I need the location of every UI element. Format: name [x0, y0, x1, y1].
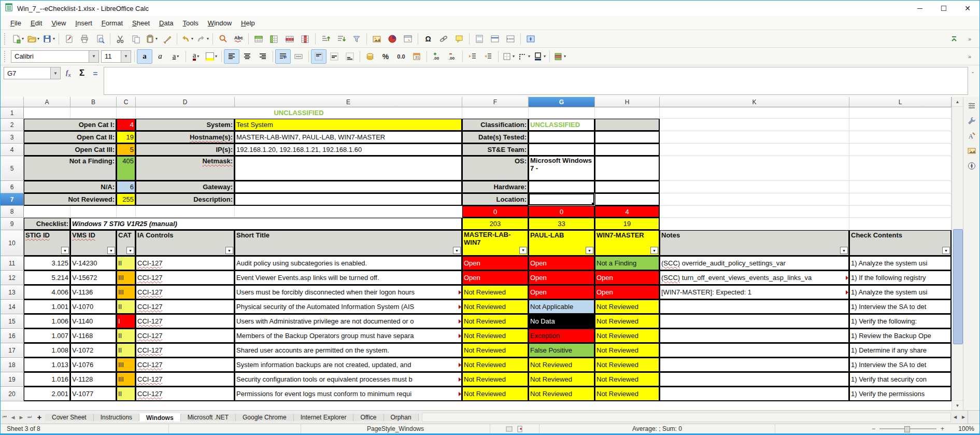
cell-E15[interactable]: Users with Administrative privilege are … — [235, 314, 462, 329]
cell-D16[interactable]: CCI-127 — [136, 329, 235, 343]
zoom-slider-thumb[interactable] — [904, 426, 910, 432]
cell-F4[interactable]: ST&E Team: — [462, 144, 529, 156]
column-header-B[interactable]: B — [70, 97, 117, 107]
cell-E4[interactable]: 192.168.1.20, 192.168.1.21, 192.168.1.60 — [235, 144, 462, 156]
row-header-8[interactable]: 8 — [1, 206, 24, 218]
sheet-tab-microsoft-net[interactable]: Microsoft .NET — [181, 414, 236, 421]
cell-L2[interactable] — [849, 119, 951, 131]
font-color-button[interactable]: a▾ — [188, 49, 204, 64]
styles-icon[interactable]: A — [965, 129, 978, 143]
cell-K19[interactable] — [660, 372, 849, 387]
cell-K16[interactable] — [660, 329, 849, 343]
close-button[interactable]: ✕ — [956, 1, 979, 16]
column-header-C[interactable]: C — [117, 97, 136, 107]
cell-K9[interactable] — [660, 218, 849, 230]
cell-F13[interactable]: Not Reviewed — [462, 285, 529, 300]
font-size-combo[interactable]: 11 ▼ — [101, 50, 131, 63]
menu-window[interactable]: Window — [203, 18, 236, 29]
row-header-15[interactable]: 15 — [1, 314, 24, 329]
cell-K18[interactable] — [660, 358, 849, 372]
row-header-18[interactable]: 18 — [1, 358, 24, 372]
expand-formula-bar-button[interactable]: ⌄ — [968, 67, 977, 96]
cell-E11[interactable]: Audit policy using subcategories is enab… — [235, 256, 462, 271]
row-header-4[interactable]: 4 — [1, 144, 24, 156]
cell-E17[interactable]: Shared user accounts are permitted on th… — [235, 343, 462, 358]
cell-L10[interactable]: Check Contents▼ — [849, 230, 951, 256]
sheet-tab-windows[interactable]: Windows — [139, 413, 181, 422]
cell-G11[interactable]: Open — [529, 256, 595, 271]
print-preview-button[interactable] — [92, 32, 108, 46]
cell-G5[interactable]: Microsoft Windows 7 - — [529, 156, 595, 181]
cell-G13[interactable]: Open — [529, 285, 595, 300]
sum-button[interactable]: Σ — [75, 67, 89, 79]
cell-A4[interactable]: Open Cat III: — [24, 144, 117, 156]
clone-formatting-button[interactable] — [159, 32, 175, 46]
cell-L16[interactable]: 1) Review the Backup Ope — [849, 329, 951, 343]
open-button[interactable]: ▾ — [25, 32, 41, 46]
autofilter-dropdown-L10[interactable]: ▼ — [942, 247, 950, 254]
cell-L8[interactable] — [849, 206, 951, 218]
special-character-button[interactable]: Ω — [420, 32, 436, 46]
cell-K15[interactable] — [660, 314, 849, 329]
pivot-table-button[interactable] — [400, 32, 416, 46]
sheet-tab-internet-explorer[interactable]: Internet Explorer — [294, 414, 354, 421]
cell-F1[interactable] — [462, 107, 529, 119]
cell-B12[interactable]: V-15672 — [70, 271, 117, 285]
cell-F8[interactable]: 0 — [462, 206, 529, 218]
row-header-7[interactable]: 7 — [1, 193, 24, 206]
cell-A1[interactable] — [24, 107, 70, 119]
cell-G3[interactable] — [529, 131, 595, 144]
navigator-button[interactable] — [523, 32, 538, 46]
menu-insert[interactable]: Insert — [70, 18, 97, 29]
scroll-up-icon[interactable]: ▲ — [952, 97, 963, 107]
menu-tools[interactable]: Tools — [178, 18, 203, 29]
cell-D6[interactable]: Gateway: — [136, 181, 235, 193]
date-button[interactable]: 31 — [409, 49, 424, 64]
sort-descending-button[interactable] — [333, 32, 349, 46]
bold-button[interactable]: a — [137, 49, 152, 64]
row-header-2[interactable]: 2 — [1, 119, 24, 131]
cell-C11[interactable]: II — [117, 256, 136, 271]
insert-chart-button[interactable] — [385, 32, 400, 46]
align-top-button[interactable] — [311, 49, 326, 64]
zoom-out-icon[interactable]: − — [872, 425, 875, 432]
cell-B19[interactable]: V-1128 — [70, 372, 117, 387]
row-header-11[interactable]: 11 — [1, 256, 24, 271]
row-header-12[interactable]: 12 — [1, 271, 24, 285]
menu-help[interactable]: Help — [236, 18, 260, 29]
sort-ascending-button[interactable] — [318, 32, 333, 46]
autofilter-dropdown-G10[interactable]: ▼ — [586, 247, 593, 254]
border-color-button[interactable]: ▾ — [532, 49, 547, 64]
row-header-13[interactable]: 13 — [1, 285, 24, 300]
cell-G9[interactable]: 33 — [529, 218, 595, 230]
cut-button[interactable] — [112, 32, 128, 46]
sheet-tab-cover-sheet[interactable]: Cover Sheet — [45, 414, 94, 421]
sheet-tab-office[interactable]: Office — [353, 414, 384, 421]
cell-A18[interactable]: 1.013 — [24, 358, 70, 372]
cell-K6[interactable] — [660, 181, 849, 193]
row-header-16[interactable]: 16 — [1, 329, 24, 343]
zoom-percent[interactable]: 100% — [944, 425, 979, 432]
cell-L14[interactable]: 1) Interview the SA to det — [849, 300, 951, 314]
cell-G19[interactable]: Not Reviewed — [529, 372, 595, 387]
cell-A20[interactable]: 2.001 — [24, 387, 70, 401]
number-button[interactable]: 0.0 — [393, 49, 409, 64]
cell-D20[interactable]: CCI-127 — [136, 387, 235, 401]
delete-decimal-button[interactable]: .00 — [445, 49, 460, 64]
cell-D12[interactable]: CCI-127 — [136, 271, 235, 285]
hyperlink-button[interactable] — [436, 32, 451, 46]
insert-row-button[interactable] — [251, 32, 266, 46]
cell-L17[interactable]: 1) Determine if any share — [849, 343, 951, 358]
cell-D15[interactable]: CCI-127 — [136, 314, 235, 329]
cell-F18[interactable]: Not Reviewed — [462, 358, 529, 372]
cell-A7[interactable]: Not Reviewed: — [24, 193, 117, 206]
cell-C2[interactable]: 4 — [117, 119, 136, 131]
cell-D18[interactable]: CCI-127 — [136, 358, 235, 372]
cell-F17[interactable]: Not Reviewed — [462, 343, 529, 358]
navigator-icon[interactable] — [965, 159, 978, 173]
decrease-indent-button[interactable] — [480, 49, 496, 64]
cell-D11[interactable]: CCI-127 — [136, 256, 235, 271]
toolbar-more-button-2[interactable]: » — [962, 49, 977, 64]
vertical-scrollbar-thumb[interactable] — [953, 229, 963, 344]
cell-H11[interactable]: Not a Finding — [595, 256, 660, 271]
